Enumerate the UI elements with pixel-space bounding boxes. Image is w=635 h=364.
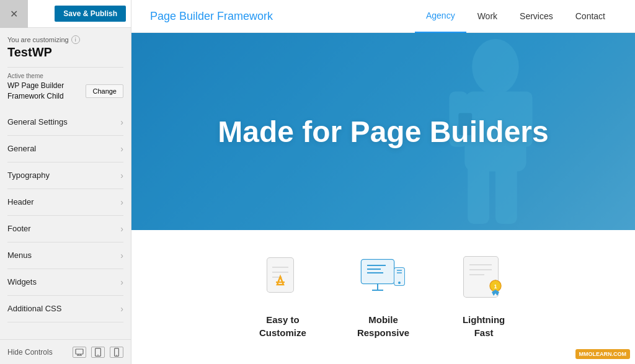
watermark: MMOLEARN.COM <box>575 349 631 359</box>
nav-links: Agency Work Services Contact <box>415 0 616 33</box>
hide-controls-label: Hide Controls <box>7 348 53 357</box>
info-icon[interactable]: i <box>71 35 80 44</box>
mobile-icon[interactable] <box>110 347 123 358</box>
menu-item-label: General <box>7 144 36 153</box>
close-icon: ✕ <box>10 8 18 20</box>
svg-rect-13 <box>495 162 517 224</box>
chevron-right-icon: › <box>120 277 123 287</box>
svg-point-33 <box>398 282 401 284</box>
save-publish-button[interactable]: Save & Publish <box>55 6 126 22</box>
customizer-header: ✕ Save & Publish <box>0 0 131 28</box>
svg-text:1: 1 <box>494 283 497 290</box>
hide-controls-bar[interactable]: Hide Controls <box>0 339 131 364</box>
menu-item-label: Additional CSS <box>7 304 61 313</box>
menu-item-header[interactable]: Header › <box>7 189 123 216</box>
menu-item-label: Typography <box>7 171 50 180</box>
divider <box>7 67 123 68</box>
preview-features: Easy toCustomize <box>131 230 635 364</box>
chevron-right-icon: › <box>120 224 123 234</box>
chevron-right-icon: › <box>120 117 123 127</box>
svg-rect-12 <box>468 162 489 224</box>
brand-name: Page Builder Framework <box>150 10 415 23</box>
site-name: TestWP <box>7 45 123 60</box>
preview-container: Page Builder Framework Agency Work Servi… <box>131 0 635 364</box>
hero-text: Made for Page Builders <box>218 115 548 149</box>
chevron-right-icon: › <box>120 144 123 154</box>
menu-item-general-settings[interactable]: General Settings › <box>7 109 123 136</box>
nav-link-agency[interactable]: Agency <box>415 0 466 33</box>
svg-point-5 <box>97 354 99 355</box>
svg-point-8 <box>472 39 519 94</box>
menu-item-label: General Settings <box>7 117 68 127</box>
nav-link-services[interactable]: Services <box>508 0 564 33</box>
menu-item-additional-css[interactable]: Additional CSS › <box>7 296 123 322</box>
change-theme-button[interactable]: Change <box>86 84 123 98</box>
feature-item-customize: Easy toCustomize <box>258 255 308 339</box>
menu-item-label: Header <box>7 197 34 206</box>
active-theme-label: Active theme <box>7 73 123 79</box>
device-icons <box>73 347 123 358</box>
chevron-right-icon: › <box>120 171 123 180</box>
customizer-body: You are customizing i TestWP Active them… <box>0 28 131 339</box>
doc-icon <box>258 255 308 304</box>
feature-item-responsive: MobileResponsive <box>357 255 409 339</box>
svg-point-7 <box>116 355 117 356</box>
preview-hero: Made for Page Builders <box>131 33 635 230</box>
close-button[interactable]: ✕ <box>0 0 28 28</box>
menu-item-label: Menus <box>7 251 32 260</box>
nav-link-contact[interactable]: Contact <box>564 0 616 33</box>
chevron-right-icon: › <box>120 251 123 260</box>
menu-item-footer[interactable]: Footer › <box>7 216 123 242</box>
feature-label-customize: Easy toCustomize <box>259 313 306 339</box>
preview-navbar: Page Builder Framework Agency Work Servi… <box>131 0 635 33</box>
feature-label-fast: LightningFast <box>463 313 505 339</box>
customizer-menu: General Settings › General › Typography … <box>7 109 123 322</box>
menu-item-label: Footer <box>7 224 31 233</box>
monitor-icon <box>358 255 408 304</box>
tablet-icon[interactable] <box>91 347 105 358</box>
chevron-right-icon: › <box>120 304 123 314</box>
menu-item-label: Widgets <box>7 277 37 286</box>
customizer-panel: ✕ Save & Publish You are customizing i T… <box>0 0 131 364</box>
desktop-icon[interactable] <box>73 347 86 358</box>
menu-item-typography[interactable]: Typography › <box>7 162 123 189</box>
feature-item-fast: 1 LightningFast <box>459 255 508 339</box>
theme-row: WP Page BuilderFramework Child Change <box>7 81 123 102</box>
menu-item-widgets[interactable]: Widgets › <box>7 269 123 296</box>
chevron-right-icon: › <box>120 197 123 207</box>
cert-icon: 1 <box>459 255 508 304</box>
feature-label-responsive: MobileResponsive <box>357 313 409 339</box>
svg-rect-0 <box>76 349 83 354</box>
menu-item-menus[interactable]: Menus › <box>7 242 123 269</box>
nav-link-work[interactable]: Work <box>466 0 508 33</box>
menu-item-general[interactable]: General › <box>7 136 123 162</box>
svg-rect-23 <box>362 260 394 283</box>
customizing-label: You are customizing i <box>7 35 123 44</box>
theme-name: WP Page BuilderFramework Child <box>7 81 64 102</box>
